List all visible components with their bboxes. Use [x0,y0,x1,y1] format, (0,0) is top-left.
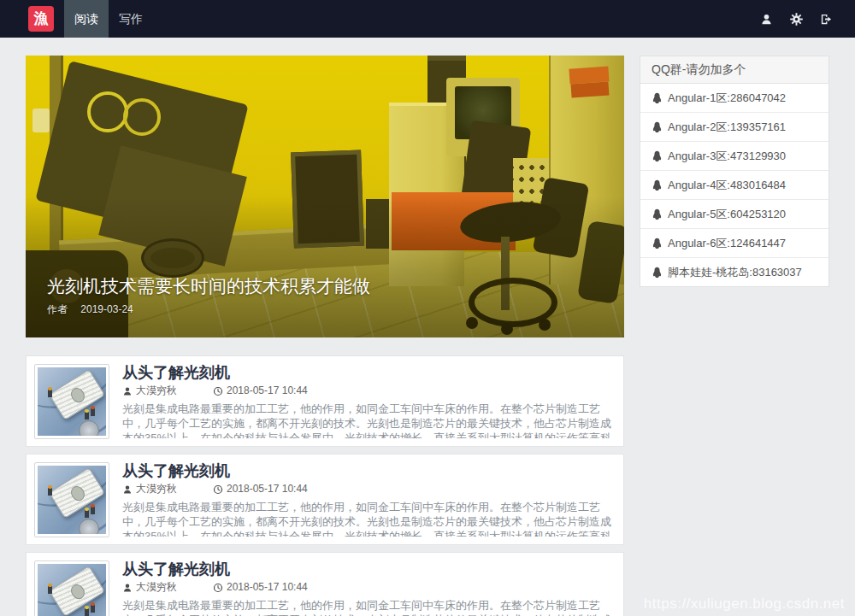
qq-group-item[interactable]: Angular-5区:604253120 [640,200,828,229]
article-card[interactable]: 从头了解光刻机 大漠穷秋 2018-05-17 10:44 光刻是集成电路最重要… [26,454,624,545]
article-meta: 大漠穷秋 2018-05-17 10:44 [122,581,616,594]
article-title[interactable]: 从头了解光刻机 [122,560,616,578]
featured-author-label: 作者 [47,303,68,315]
signout-icon[interactable] [820,13,833,26]
article-date: 2018-05-17 10:44 [227,384,308,397]
article-list: 从头了解光刻机 大漠穷秋 2018-05-17 10:44 光刻是集成电路最重要… [26,355,624,616]
qq-group-label: Angular-2区:139357161 [668,120,786,134]
watermark: https://xuliugen.blog.csdn.net [644,595,845,613]
qq-icon [652,92,663,103]
qq-group-panel: QQ群-请勿加多个 Angular-1区:286047042 Angular-2… [640,56,829,287]
qq-group-item[interactable]: Angular-4区:483016484 [640,171,828,200]
article-meta: 大漠穷秋 2018-05-17 10:44 [122,384,616,397]
logo[interactable]: 漁 [28,6,54,32]
qq-group-label: 脚本娃娃-桃花岛:83163037 [668,265,802,279]
qq-group-item[interactable]: Angular-3区:473129930 [640,142,828,171]
qq-group-item[interactable]: Angular-2区:139357161 [640,113,828,142]
author-icon [122,583,133,593]
gear-icon[interactable] [790,13,803,26]
qq-group-item[interactable]: Angular-6区:124641447 [640,229,828,258]
featured-article-meta: 作者 2019-03-24 [47,302,144,317]
featured-article-banner[interactable]: 光刻机技术需要长时间的技术积累才能做 作者 2019-03-24 [26,56,624,337]
qq-icon [652,267,663,278]
article-title[interactable]: 从头了解光刻机 [122,364,616,382]
article-title[interactable]: 从头了解光刻机 [122,462,616,480]
tab-reading[interactable]: 阅读 [64,0,109,38]
clock-icon [213,583,223,593]
article-thumbnail [34,364,109,439]
article-author: 大漠穷秋 [136,483,177,496]
featured-date: 2019-03-24 [80,303,133,315]
qq-panel-header: QQ群-请勿加多个 [640,56,828,84]
clock-icon [213,386,223,396]
article-author: 大漠穷秋 [136,384,177,397]
navbar-icons [743,13,855,26]
qq-icon [652,150,663,161]
tab-writing[interactable]: 写作 [109,0,153,38]
article-date: 2018-05-17 10:44 [227,581,308,594]
article-meta: 大漠穷秋 2018-05-17 10:44 [122,483,616,496]
article-body: 从头了解光刻机 大漠穷秋 2018-05-17 10:44 光刻是集成电路最重要… [122,364,616,438]
qq-icon [652,121,663,132]
article-thumbnail [34,462,109,537]
article-card[interactable]: 从头了解光刻机 大漠穷秋 2018-05-17 10:44 光刻是集成电路最重要… [26,552,624,616]
article-excerpt: 光刻是集成电路最重要的加工工艺，他的作用，如同金工车间中车床的作用。在整个芯片制… [122,598,616,616]
qq-icon [652,208,663,220]
qq-group-label: Angular-1区:286047042 [668,91,786,105]
article-card[interactable]: 从头了解光刻机 大漠穷秋 2018-05-17 10:44 光刻是集成电路最重要… [26,355,624,447]
article-date: 2018-05-17 10:44 [227,483,308,496]
article-excerpt: 光刻是集成电路最重要的加工工艺，他的作用，如同金工车间中车床的作用。在整个芯片制… [122,500,616,537]
qq-group-list: Angular-1区:286047042 Angular-2区:13935716… [640,84,828,286]
main-column: 光刻机技术需要长时间的技术积累才能做 作者 2019-03-24 从头了解光刻机 [26,56,624,616]
qq-icon [652,179,663,191]
qq-group-item[interactable]: Angular-1区:286047042 [640,84,828,113]
article-author: 大漠穷秋 [136,581,177,594]
article-body: 从头了解光刻机 大漠穷秋 2018-05-17 10:44 光刻是集成电路最重要… [122,462,616,537]
user-icon[interactable] [760,13,773,26]
article-thumbnail [34,560,109,616]
featured-article-title: 光刻机技术需要长时间的技术积累才能做 [47,274,370,298]
qq-group-label: Angular-4区:483016484 [668,178,786,192]
article-excerpt: 光刻是集成电路最重要的加工工艺，他的作用，如同金工车间中车床的作用。在整个芯片制… [122,402,616,438]
navbar: 漁 阅读 写作 [0,0,855,38]
clock-icon [213,484,223,495]
qq-group-item[interactable]: 脚本娃娃-桃花岛:83163037 [640,258,828,286]
qq-icon [652,238,663,249]
qq-group-label: Angular-6区:124641447 [668,236,786,250]
article-body: 从头了解光刻机 大漠穷秋 2018-05-17 10:44 光刻是集成电路最重要… [122,560,616,616]
qq-group-label: Angular-5区:604253120 [668,207,786,221]
qq-group-label: Angular-3区:473129930 [668,149,786,163]
author-icon [122,386,133,396]
author-icon [122,484,133,495]
